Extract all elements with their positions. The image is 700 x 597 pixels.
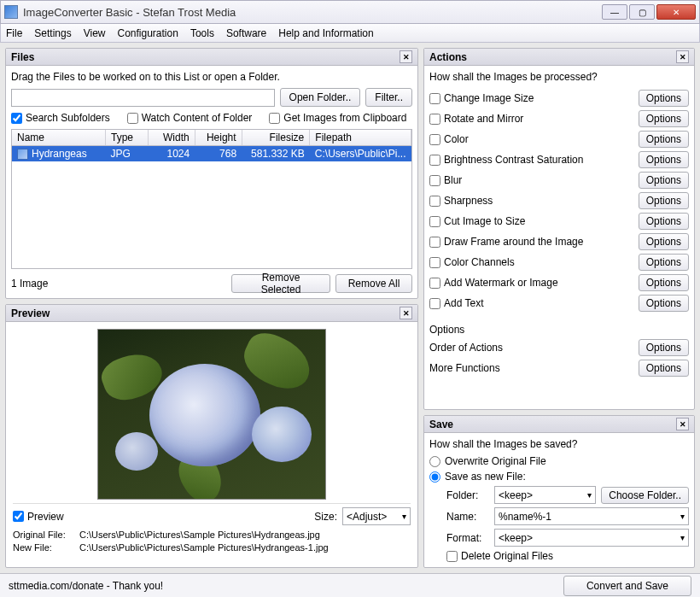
files-panel-title: Files bbox=[11, 51, 34, 63]
action-options-button-2[interactable]: Options bbox=[639, 131, 689, 148]
table-row[interactable]: Hydrangeas JPG 1024 768 581.332 KB C:\Us… bbox=[12, 146, 411, 162]
col-width[interactable]: Width bbox=[148, 130, 195, 146]
preview-panel-close-icon[interactable]: ✕ bbox=[400, 307, 412, 319]
action-options-button-6[interactable]: Options bbox=[639, 213, 689, 230]
window-controls: — ▢ ✕ bbox=[602, 4, 696, 20]
filter-button[interactable]: Filter.. bbox=[365, 88, 412, 107]
menu-configuration[interactable]: Configuration bbox=[118, 27, 178, 39]
name-label: Name: bbox=[446, 511, 489, 523]
order-options-button[interactable]: Options bbox=[639, 339, 689, 356]
action-checkbox-8[interactable]: Color Channels bbox=[429, 256, 639, 268]
watch-folder-checkbox[interactable]: Watch Content of Folder bbox=[127, 112, 253, 124]
menu-view[interactable]: View bbox=[84, 27, 106, 39]
new-file-label: New File: bbox=[13, 541, 79, 554]
more-functions-label: More Functions bbox=[429, 362, 639, 374]
action-options-button-3[interactable]: Options bbox=[639, 151, 689, 168]
col-filepath[interactable]: Filepath bbox=[310, 130, 411, 146]
action-checkbox-7[interactable]: Draw Frame around the Image bbox=[429, 236, 639, 248]
save-panel-title: Save bbox=[429, 418, 453, 430]
window-title: ImageConverter Basic - Stefan Trost Medi… bbox=[23, 6, 602, 19]
menu-settings[interactable]: Settings bbox=[34, 27, 71, 39]
actions-panel-close-icon[interactable]: ✕ bbox=[676, 50, 689, 63]
action-checkbox-3[interactable]: Brightness Contrast Saturation bbox=[429, 154, 639, 166]
save-panel: Save ✕ How shall the Images be saved? Ov… bbox=[423, 415, 695, 568]
actions-prompt: How shall the Images be processed? bbox=[429, 71, 689, 83]
save-panel-close-icon[interactable]: ✕ bbox=[676, 418, 689, 430]
menu-tools[interactable]: Tools bbox=[190, 27, 214, 39]
action-checkbox-6[interactable]: Cut Image to Size bbox=[429, 215, 639, 227]
name-combo[interactable]: %name%-1 bbox=[494, 507, 689, 525]
footer-message: sttmedia.com/donate - Thank you! bbox=[9, 580, 563, 592]
menu-file[interactable]: File bbox=[6, 27, 22, 39]
preview-checkbox[interactable]: Preview bbox=[13, 511, 64, 523]
options-heading: Options bbox=[429, 324, 689, 336]
files-table[interactable]: Name Type Width Height Filesize Filepath… bbox=[11, 129, 412, 269]
action-checkbox-0[interactable]: Change Image Size bbox=[429, 92, 639, 104]
action-options-button-1[interactable]: Options bbox=[639, 110, 689, 127]
footer: sttmedia.com/donate - Thank you! Convert… bbox=[0, 573, 700, 597]
action-checkbox-2[interactable]: Color bbox=[429, 133, 639, 145]
action-options-button-9[interactable]: Options bbox=[639, 274, 689, 291]
action-checkbox-9[interactable]: Add Watermark or Image bbox=[429, 277, 639, 289]
actions-panel: Actions ✕ How shall the Images be proces… bbox=[423, 48, 695, 410]
preview-panel-title: Preview bbox=[11, 307, 50, 319]
action-checkbox-10[interactable]: Add Text bbox=[429, 297, 639, 309]
actions-panel-title: Actions bbox=[429, 51, 467, 63]
menu-software[interactable]: Software bbox=[226, 27, 266, 39]
format-label: Format: bbox=[446, 532, 489, 544]
original-file-label: Original File: bbox=[13, 529, 79, 541]
overwrite-radio[interactable]: Overwrite Original File bbox=[429, 455, 689, 467]
files-instruction: Drag the Files to be worked on to this L… bbox=[11, 71, 412, 83]
folder-path-input[interactable] bbox=[11, 89, 275, 107]
original-file-value: C:\Users\Public\Pictures\Sample Pictures… bbox=[79, 529, 320, 541]
action-options-button-7[interactable]: Options bbox=[639, 233, 689, 250]
col-height[interactable]: Height bbox=[195, 130, 242, 146]
action-options-button-10[interactable]: Options bbox=[639, 295, 689, 312]
maximize-button[interactable]: ▢ bbox=[629, 4, 655, 20]
col-type[interactable]: Type bbox=[106, 130, 149, 146]
save-new-radio[interactable]: Save as new File: bbox=[429, 471, 689, 483]
minimize-button[interactable]: — bbox=[602, 4, 627, 20]
col-name[interactable]: Name bbox=[12, 130, 106, 146]
remove-selected-button[interactable]: Remove Selected bbox=[231, 274, 330, 293]
remove-all-button[interactable]: Remove All bbox=[335, 274, 412, 293]
size-combo[interactable]: <Adjust> bbox=[342, 507, 411, 525]
close-button[interactable]: ✕ bbox=[656, 4, 696, 20]
action-options-button-8[interactable]: Options bbox=[639, 254, 689, 271]
open-folder-button[interactable]: Open Folder.. bbox=[280, 88, 361, 107]
app-icon bbox=[4, 5, 18, 19]
action-checkbox-4[interactable]: Blur bbox=[429, 174, 639, 186]
menubar: File Settings View Configuration Tools S… bbox=[0, 24, 700, 43]
get-clipboard-checkbox[interactable]: Get Images from Clipboard bbox=[269, 112, 406, 124]
files-panel: Files ✕ Drag the Files to be worked on t… bbox=[5, 48, 418, 299]
order-of-actions-label: Order of Actions bbox=[429, 342, 639, 354]
action-options-button-4[interactable]: Options bbox=[639, 172, 689, 189]
action-checkbox-5[interactable]: Sharpness bbox=[429, 195, 639, 207]
file-icon bbox=[17, 149, 28, 160]
titlebar: ImageConverter Basic - Stefan Trost Medi… bbox=[0, 0, 700, 24]
convert-and-save-button[interactable]: Convert and Save bbox=[563, 576, 691, 596]
preview-image bbox=[97, 329, 326, 500]
action-checkbox-1[interactable]: Rotate and Mirror bbox=[429, 113, 639, 125]
folder-label: Folder: bbox=[446, 489, 489, 501]
choose-folder-button[interactable]: Choose Folder.. bbox=[601, 487, 689, 504]
format-combo[interactable]: <keep> bbox=[494, 529, 689, 547]
new-file-value: C:\Users\Public\Pictures\Sample Pictures… bbox=[79, 541, 329, 554]
search-subfolders-checkbox[interactable]: Search Subfolders bbox=[11, 112, 110, 124]
action-options-button-0[interactable]: Options bbox=[639, 90, 689, 107]
col-filesize[interactable]: Filesize bbox=[242, 130, 310, 146]
image-count: 1 Image bbox=[11, 278, 226, 290]
menu-help[interactable]: Help and Information bbox=[278, 27, 373, 39]
save-prompt: How shall the Images be saved? bbox=[429, 438, 689, 450]
preview-panel: Preview ✕ Preview Size: <Adjust> Origin bbox=[5, 304, 418, 568]
files-panel-close-icon[interactable]: ✕ bbox=[400, 50, 412, 63]
folder-combo[interactable]: <keep> bbox=[494, 486, 596, 504]
action-options-button-5[interactable]: Options bbox=[639, 192, 689, 209]
delete-original-checkbox[interactable]: Delete Original Files bbox=[446, 550, 689, 562]
size-label: Size: bbox=[314, 511, 337, 523]
more-options-button[interactable]: Options bbox=[639, 360, 689, 377]
